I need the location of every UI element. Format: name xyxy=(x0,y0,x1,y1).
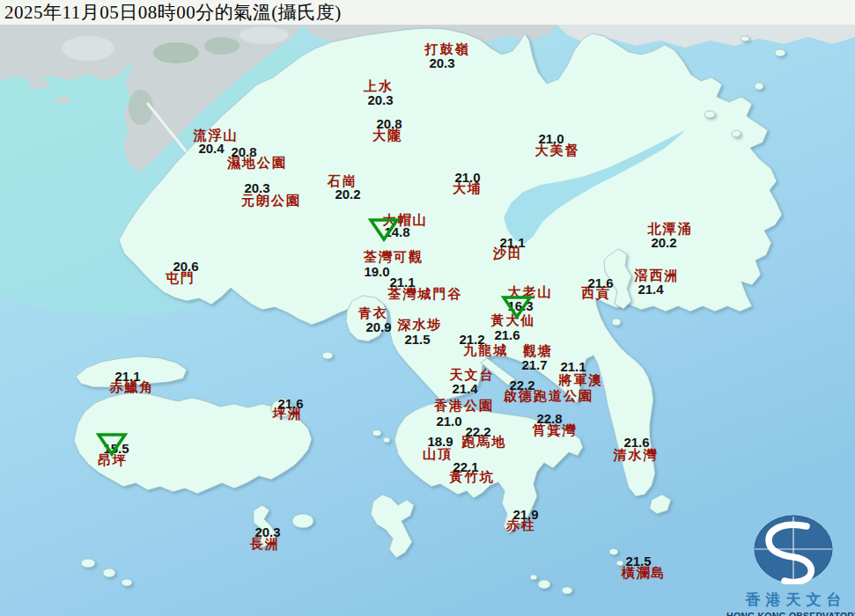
station-temperature: 21.6 xyxy=(587,275,613,290)
station-temperature: 20.2 xyxy=(335,187,360,202)
station-temperature: 19.0 xyxy=(364,264,389,279)
station-temperature: 22.2 xyxy=(509,378,534,392)
station-temperature: 21.5 xyxy=(625,554,651,568)
station-temperature: 21.1 xyxy=(560,359,586,374)
station-temperature: 20.3 xyxy=(244,180,269,195)
hko-logo-chinese-name: 香港天文台 xyxy=(723,590,855,610)
station-min-marker-icon xyxy=(501,293,533,319)
hko-logo-icon xyxy=(723,514,855,584)
station-temperature: 20.8 xyxy=(376,116,402,131)
station-temperature: 21.1 xyxy=(499,235,525,250)
station-temperature: 22.2 xyxy=(465,424,490,439)
station-temperature: 20.6 xyxy=(173,259,198,274)
station-temperature: 18.9 xyxy=(427,434,453,449)
hko-logo-english-name: HONG KONG OBSERVATORY xyxy=(723,611,855,616)
temperature-map-screen: 2025年11月05日08時00分的氣溫(攝氏度) 打鼓嶺20.3上水20.3大… xyxy=(0,0,855,616)
station-temperature: 22.1 xyxy=(453,459,478,474)
title-bar: 2025年11月05日08時00分的氣溫(攝氏度) xyxy=(0,0,855,25)
station-temperature: 21.6 xyxy=(623,435,649,450)
station-temperature: 22.8 xyxy=(536,411,562,426)
station-temperature: 21.5 xyxy=(404,332,430,347)
hko-logo: 香港天文台 HONG KONG OBSERVATORY xyxy=(723,514,855,616)
station-min-marker-icon xyxy=(96,430,128,457)
station-temperature: 20.2 xyxy=(651,235,676,250)
station-temperature: 21.7 xyxy=(521,357,547,372)
station-temperature: 20.8 xyxy=(231,144,256,159)
station-temperature: 21.2 xyxy=(459,332,484,347)
station-temperature: 21.4 xyxy=(452,381,477,396)
station-temperature: 21.6 xyxy=(277,396,303,411)
station-temperature: 20.4 xyxy=(198,141,224,156)
map-title: 2025年11月05日08時00分的氣溫(攝氏度) xyxy=(0,0,342,25)
station-temperature: 21.6 xyxy=(494,327,520,342)
station-temperature: 20.3 xyxy=(254,524,280,539)
station-temperature: 21.0 xyxy=(454,170,480,185)
station-temperature: 21.9 xyxy=(512,507,538,522)
station-temperature: 21.4 xyxy=(638,282,663,297)
station-temperature: 21.0 xyxy=(436,414,461,429)
station-temperature: 21.1 xyxy=(389,275,415,290)
station-temperature: 20.3 xyxy=(429,55,454,70)
station-temperature: 20.3 xyxy=(367,92,393,107)
station-label: 將軍澳 xyxy=(559,372,604,389)
station-min-marker-icon xyxy=(368,216,400,242)
station-label: 香港公園 xyxy=(434,398,494,414)
station-temperature: 20.9 xyxy=(365,319,391,334)
station-temperature: 21.1 xyxy=(114,369,140,384)
station-temperature: 21.0 xyxy=(538,131,564,146)
